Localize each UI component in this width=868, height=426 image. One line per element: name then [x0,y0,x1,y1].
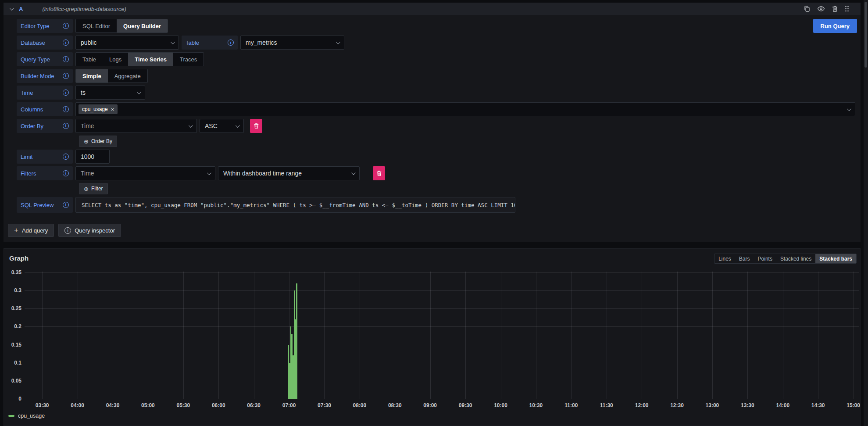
add-filter-button[interactable]: ⊕ Filter [79,183,108,194]
sql-preview-label: SQL Preview i [17,197,73,213]
info-circle-icon: i [64,227,71,234]
query-type-tabs-option-table[interactable]: Table [76,53,103,66]
x-tick-label: 03:30 [36,402,49,408]
delete-order-by-button[interactable] [250,119,262,133]
columns-multiselect[interactable]: cpu_usage × [75,102,855,116]
x-tick-label: 05:30 [176,402,190,408]
graph-title: Graph [9,254,29,262]
x-tick-label: 08:30 [388,402,402,408]
gridline-vertical [501,272,501,399]
query-type-tabs-option-traces[interactable]: Traces [173,53,204,66]
editor-type-tabs: SQL EditorQuery Builder [75,19,168,33]
toggle-visibility-eye-icon[interactable] [817,5,825,12]
gridline-vertical [854,272,854,399]
order-by-direction-value: ASC [205,122,218,129]
scrollbar[interactable] [864,0,868,426]
bar-cpu_usage [296,283,297,399]
legend-series-name: cpu_usage [18,413,45,419]
gridline-vertical [254,272,254,399]
legend-item-cpu_usage[interactable]: cpu_usage [8,413,45,419]
circle-plus-icon: ⊕ [84,138,89,145]
x-tick-label: 10:00 [494,402,507,408]
order-by-column-select[interactable]: Time [75,119,197,133]
info-icon[interactable]: i [63,56,69,62]
info-icon[interactable]: i [63,154,69,160]
draw-mode-tabs-option-stacked-bars[interactable]: Stacked bars [815,254,856,263]
delete-filter-button[interactable] [373,166,385,180]
query-type-tabs-option-logs[interactable]: Logs [103,53,128,66]
draw-mode-tabs-option-points[interactable]: Points [754,254,776,263]
query-type-tabs-option-time-series[interactable]: Time Series [128,53,173,66]
query-editor-pane: A (info8fcc-greptimedb-datasource) Run Q… [4,3,861,242]
gridline-vertical [113,272,113,399]
builder-mode-tabs: SimpleAggregate [75,69,148,83]
gridline-vertical [218,272,219,399]
gridline-vertical [324,272,325,399]
info-icon[interactable]: i [63,123,69,129]
gridline-horizontal [25,399,859,399]
query-inspector-button[interactable]: i Query inspector [58,224,121,237]
datasource-name: (info8fcc-greptimedb-datasource) [42,6,126,12]
draw-mode-tabs-option-lines[interactable]: Lines [714,254,735,263]
x-tick-label: 07:00 [282,402,296,408]
database-select[interactable]: public [75,36,179,50]
chart-plot-area[interactable] [25,267,859,399]
draw-mode-tabs-option-bars[interactable]: Bars [735,254,754,263]
remove-tag-icon[interactable]: × [111,107,114,112]
draw-mode-tabs: LinesBarsPointsStacked linesStacked bars [714,254,857,264]
duplicate-query-icon[interactable] [804,5,811,12]
label-text: Builder Mode [21,73,54,79]
filter-condition-select[interactable]: Within dashboard time range [218,166,360,180]
query-type-label: Query Type i [17,52,73,66]
query-ref: A [19,6,23,12]
add-order-by-button[interactable]: ⊕ Order By [79,136,117,147]
delete-query-trash-icon[interactable] [832,5,838,12]
scrollbar-thumb[interactable] [864,2,867,68]
x-tick-label: 11:30 [600,402,613,408]
time-value: ts [81,89,86,96]
columns-row: Columns i cpu_usage × [17,102,855,116]
info-icon[interactable]: i [228,39,234,46]
gridline-vertical [395,272,395,399]
info-icon[interactable]: i [63,89,69,96]
info-icon[interactable]: i [63,106,69,112]
x-axis-labels: 03:3004:0004:3005:0005:3006:0006:3007:00… [25,402,859,409]
x-tick-label: 06:30 [247,402,261,408]
draw-mode-tabs-option-stacked-lines[interactable]: Stacked lines [776,254,815,263]
query-header[interactable]: A (info8fcc-greptimedb-datasource) [4,3,861,15]
graph-panel: Graph LinesBarsPointsStacked linesStacke… [4,248,861,426]
info-icon[interactable]: i [63,170,69,176]
order-by-direction-select[interactable]: ASC [200,119,244,133]
info-icon[interactable]: i [63,39,69,46]
add-query-button[interactable]: + Add query [8,224,54,237]
editor-type-tabs-option-sql-editor[interactable]: SQL Editor [76,19,117,32]
column-tag-cpu-usage[interactable]: cpu_usage × [79,104,118,114]
collapse-chevron-down-icon[interactable] [10,6,14,11]
x-tick-label: 11:00 [564,402,578,408]
builder-mode-tabs-option-aggregate[interactable]: Aggregate [108,69,147,82]
sql-preview-box: SELECT ts as "time", cpu_usage FROM "pub… [75,197,515,213]
plus-icon: + [14,226,18,235]
filter-column-select[interactable]: Time [75,166,215,180]
info-icon[interactable]: i [63,73,69,79]
table-select[interactable]: my_metrics [240,36,344,50]
tag-text: cpu_usage [82,106,108,112]
label-text: Database [21,39,45,46]
y-tick-label: 0.3 [14,287,21,294]
info-icon[interactable]: i [63,202,69,208]
x-tick-label: 13:00 [706,402,719,408]
gridline-vertical [677,272,678,399]
query-builder-form: Editor Type i SQL EditorQuery Builder Da… [17,19,861,213]
x-tick-label: 15:00 [847,402,860,408]
builder-mode-tabs-option-simple[interactable]: Simple [76,69,108,82]
gridline-horizontal [25,308,859,309]
time-column-select[interactable]: ts [75,86,145,100]
builder-mode-row: Builder Mode i SimpleAggregate [17,69,148,83]
editor-type-tabs-option-query-builder[interactable]: Query Builder [117,19,168,32]
info-icon[interactable]: i [63,23,69,29]
drag-handle-icon[interactable] [845,5,849,12]
gridline-vertical [148,272,148,399]
button-label: Query inspector [75,227,115,234]
gridline-vertical [42,272,43,399]
limit-input[interactable] [75,150,110,164]
